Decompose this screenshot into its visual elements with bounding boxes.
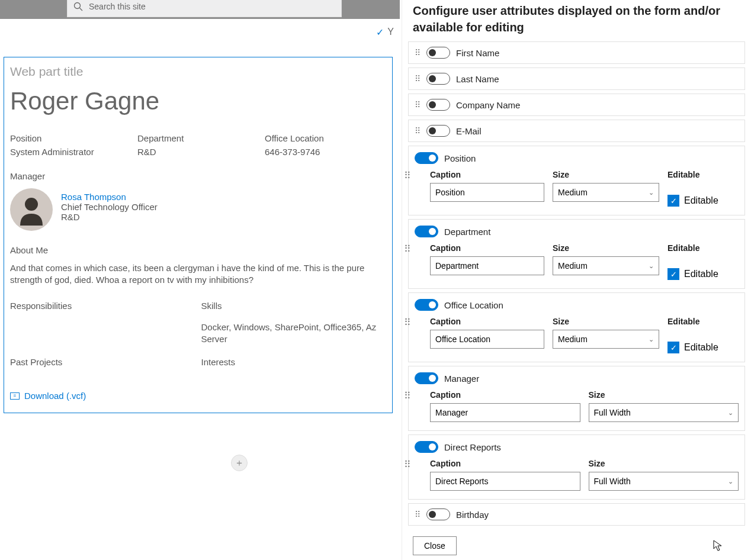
editable-checkbox[interactable]: ✓ xyxy=(667,268,679,280)
drag-handle-icon[interactable]: ⠿ xyxy=(404,390,411,401)
webpart-title-placeholder[interactable]: Web part title xyxy=(10,65,386,79)
attr-toggle[interactable] xyxy=(426,125,450,137)
caption-input[interactable] xyxy=(430,183,544,202)
attr-row: ⠿ Company Name xyxy=(408,94,745,116)
chevron-down-icon: ⌄ xyxy=(649,262,654,270)
caption-input[interactable] xyxy=(430,472,580,491)
attr-toggle[interactable] xyxy=(426,47,450,59)
drag-handle-icon[interactable]: ⠿ xyxy=(415,100,421,110)
caption-label: Caption xyxy=(430,317,544,326)
editable-checkbox[interactable]: ✓ xyxy=(667,195,679,207)
size-select[interactable]: Full Width ⌄ xyxy=(589,472,739,491)
attr-row-expanded: Office Location ⠿ Caption Size Medium ⌄ xyxy=(408,292,745,362)
chevron-down-icon: ⌄ xyxy=(649,189,654,197)
department-label: Department xyxy=(137,133,259,143)
attr-label: Manager xyxy=(444,374,479,384)
attr-row-expanded: Department ⠿ Caption Size Medium ⌄ Ed xyxy=(408,219,745,289)
user-name: Roger Gagne xyxy=(10,87,386,115)
employee-directory-webpart: Web part title Roger Gagne Position Depa… xyxy=(4,57,393,413)
attr-label: Last Name xyxy=(456,74,499,84)
size-label: Size xyxy=(589,390,739,400)
editable-checkbox[interactable]: ✓ xyxy=(667,342,679,353)
svg-line-1 xyxy=(80,8,83,11)
attr-toggle[interactable] xyxy=(426,508,450,520)
drag-handle-icon[interactable]: ⠿ xyxy=(415,126,421,136)
add-section-button[interactable]: ＋ xyxy=(231,455,248,471)
size-label: Size xyxy=(589,459,739,468)
caption-label: Caption xyxy=(430,243,544,253)
size-select[interactable]: Medium ⌄ xyxy=(553,256,659,275)
toolbar-text-cut: Y xyxy=(387,27,394,37)
size-label: Size xyxy=(553,317,659,326)
about-text: And that comes in which case, its been a… xyxy=(10,262,386,287)
drag-handle-icon[interactable]: ⠿ xyxy=(415,74,421,83)
attr-toggle[interactable] xyxy=(426,73,450,85)
top-bar: Search this site xyxy=(0,0,400,19)
attr-toggle[interactable] xyxy=(415,152,438,164)
caption-input[interactable] xyxy=(430,256,544,275)
size-value: Medium xyxy=(558,334,588,344)
attr-row: ⠿ Last Name xyxy=(408,67,745,90)
drag-handle-icon[interactable]: ⠿ xyxy=(404,317,411,328)
size-select[interactable]: Full Width ⌄ xyxy=(589,403,739,422)
page-toolbar: ✓ Y xyxy=(0,19,400,45)
manager-label: Manager xyxy=(10,171,386,181)
chevron-down-icon: ⌄ xyxy=(649,336,654,343)
panel-header: Configure user attributes displayed on t… xyxy=(402,0,751,41)
size-select[interactable]: Medium ⌄ xyxy=(553,330,659,349)
drag-handle-icon[interactable]: ⠿ xyxy=(404,459,411,470)
attr-toggle[interactable] xyxy=(426,99,450,111)
caption-input[interactable] xyxy=(430,403,580,422)
drag-handle-icon[interactable]: ⠿ xyxy=(415,48,421,57)
size-value: Full Width xyxy=(594,408,631,417)
attr-row-expanded: Position ⠿ Caption Size Medium ⌄ Edit xyxy=(408,146,745,215)
manager-dept: R&D xyxy=(61,212,158,222)
attr-label: Office Location xyxy=(444,300,503,310)
position-value: System Administrator xyxy=(10,147,131,157)
cursor-icon xyxy=(713,540,723,552)
editable-text: Editable xyxy=(684,269,718,279)
caption-input[interactable] xyxy=(430,330,544,349)
office-value: 646-373-9746 xyxy=(265,147,386,157)
drag-handle-icon[interactable]: ⠿ xyxy=(404,243,411,255)
office-label: Office Location xyxy=(265,133,386,143)
skills-label: Skills xyxy=(201,301,387,311)
size-value: Medium xyxy=(558,188,588,197)
caption-label: Caption xyxy=(430,390,580,400)
past-projects-label: Past Projects xyxy=(10,357,195,367)
about-label: About Me xyxy=(10,245,386,255)
close-button[interactable]: Close xyxy=(413,536,457,555)
attr-toggle[interactable] xyxy=(415,372,438,384)
manager-name-link[interactable]: Rosa Thompson xyxy=(61,192,158,202)
attr-toggle[interactable] xyxy=(415,441,438,453)
attr-label: First Name xyxy=(456,48,499,58)
attr-label: Direct Reports xyxy=(444,442,501,452)
attr-row-expanded: Direct Reports ⠿ Caption Size Full Width… xyxy=(408,435,745,500)
attr-label: Company Name xyxy=(456,100,520,110)
editable-text: Editable xyxy=(684,342,718,353)
position-label: Position xyxy=(10,133,131,143)
attr-row: ⠿ E-Mail xyxy=(408,120,745,142)
manager-title: Chief Technology Officer xyxy=(61,202,158,212)
drag-handle-icon[interactable]: ⠿ xyxy=(415,510,421,519)
check-icon: ✓ xyxy=(376,27,384,38)
responsibilities-label: Responsibilities xyxy=(10,301,195,311)
attr-toggle[interactable] xyxy=(415,299,438,311)
editable-label: Editable xyxy=(667,170,739,179)
attr-label: Department xyxy=(444,227,490,237)
editable-label: Editable xyxy=(667,243,739,253)
attr-label: Birthday xyxy=(456,510,489,520)
attributes-list: ⠿ First Name ⠿ Last Name ⠿ Company Name … xyxy=(402,41,751,533)
attr-row: ⠿ Birthday xyxy=(408,503,745,526)
attr-toggle[interactable] xyxy=(415,226,438,237)
size-select[interactable]: Medium ⌄ xyxy=(553,183,659,202)
size-label: Size xyxy=(553,243,659,253)
search-input[interactable]: Search this site xyxy=(67,0,342,17)
size-value: Full Width xyxy=(594,477,631,486)
vcard-icon: ≡ xyxy=(10,392,20,400)
svg-point-2 xyxy=(25,198,38,211)
size-value: Medium xyxy=(558,261,588,271)
skills-value: Docker, Windows, SharePoint, Office365, … xyxy=(201,321,387,346)
download-vcf-link[interactable]: ≡ Download (.vcf) xyxy=(10,391,386,401)
drag-handle-icon[interactable]: ⠿ xyxy=(404,170,411,181)
